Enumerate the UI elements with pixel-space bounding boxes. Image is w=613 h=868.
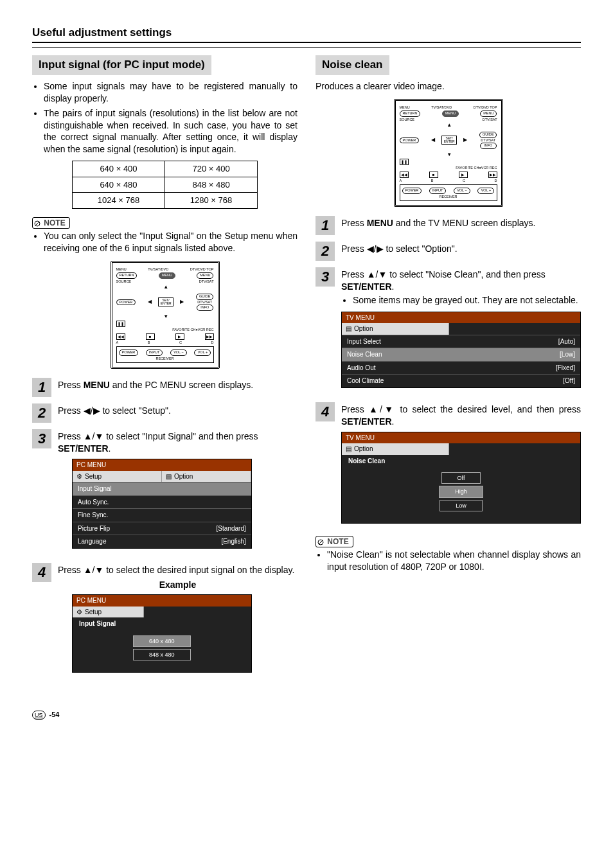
rx-power: POWER	[119, 350, 139, 356]
osd-tabs: ▤Option	[342, 443, 580, 455]
step-text: Press ▲/▼ to select "Input Signal" and t…	[58, 429, 298, 556]
btn-guide: GUIDE	[196, 294, 213, 300]
left-note-list: You can only select the "Input Signal" o…	[32, 230, 298, 254]
res-cell: 848 × 480	[165, 177, 258, 193]
left-topic-heading: Input signal (for PC input mode)	[32, 55, 211, 75]
step-text: Press MENU and the PC MENU screen displa…	[58, 378, 298, 391]
osd-tab-option: ▤Option	[162, 471, 251, 483]
note-chip: NOTE	[315, 536, 353, 547]
rx-volp: VOL +	[477, 188, 494, 194]
lbl-source: SOURCE	[400, 118, 415, 122]
step-number: 4	[32, 563, 51, 582]
step-2: 2 Press ◀/▶ to select "Setup".	[32, 403, 298, 423]
left-column: Input signal (for PC input mode) Some in…	[32, 55, 298, 684]
btn-return: RETURN	[400, 111, 421, 117]
remote-diagram: MENU TV/SAT/DVD DTV/DVD TOP RETURN MENU …	[394, 99, 503, 208]
nav-left-icon: ◀	[431, 137, 435, 143]
btn-info: INFO	[197, 305, 213, 311]
svg-line-3	[319, 540, 323, 544]
btn-menu-highlight: MENU	[159, 272, 175, 279]
lbl-dtvsat: DTV/SAT	[199, 280, 214, 284]
btn-menu-highlight: MENU	[442, 111, 459, 117]
table-row: 640 × 400 720 × 400	[72, 161, 257, 177]
right-topic-heading: Noise clean	[315, 55, 389, 75]
right-intro: Produces a clearer video image.	[315, 80, 581, 93]
lbl-dtvdvdtop: DTV/DVD TOP	[190, 268, 214, 272]
btn-set-enter: SET/ ENTER	[158, 297, 173, 306]
step-text: Press ▲/▼ to select the desired input si…	[58, 563, 298, 681]
btn-ff: ▶▶	[488, 172, 497, 178]
lbl-vcr: ●VCR REC	[195, 328, 213, 332]
btn-menu2: MENU	[197, 272, 213, 279]
table-row: 640 × 480 848 × 480	[72, 177, 257, 193]
step-4: 4 Press ▲/▼ to select the desired level,…	[315, 402, 581, 531]
doc-icon: ▤	[346, 445, 351, 454]
osd-item: Audio Out[Fixed]	[342, 361, 580, 375]
osd-item: Fine Sync.	[73, 508, 251, 522]
osd-options: Off High Low	[342, 467, 580, 522]
res-cell: 640 × 400	[72, 161, 164, 177]
osd-option: High	[439, 486, 483, 497]
step-number: 3	[32, 429, 51, 448]
page-number: -54	[49, 710, 60, 720]
step-3: 3 Press ▲/▼ to select "Noise Clean", and…	[315, 267, 581, 396]
lbl-b: B	[148, 341, 150, 345]
btn-play: ▶	[459, 172, 468, 178]
page-footer: US -54	[32, 710, 581, 720]
osd-header: TV MENU	[342, 432, 580, 444]
gear-icon: ⚙	[76, 608, 82, 617]
lbl-source: SOURCE	[116, 280, 132, 284]
btn-stop: ■	[429, 172, 438, 178]
osd-tab-option: ▤Option	[342, 323, 449, 335]
header-rule	[32, 47, 581, 48]
left-intro-bullets: Some input signals may have to be regist…	[32, 80, 298, 155]
info-icon	[34, 220, 40, 227]
pc-menu-example-osd: PC MENU ⚙Setup Input Signal 640 x 480 84…	[72, 594, 252, 673]
res-cell: 640 × 480	[72, 177, 164, 193]
sub-bullet: Some items may be grayed out. They are n…	[353, 294, 581, 306]
region-badge: US	[32, 711, 46, 720]
note-chip: NOTE	[32, 217, 70, 229]
osd-tabs: ▤Option	[342, 323, 580, 335]
lbl-a: A	[116, 341, 119, 345]
osd-item: Input Select[Auto]	[342, 335, 580, 348]
btn-rw: ◀◀	[116, 333, 125, 340]
btn-stop: ■	[146, 333, 155, 340]
lbl-dtvsat2: DTV/SAT	[481, 139, 495, 143]
step-3: 3 Press ▲/▼ to select "Input Signal" and…	[32, 429, 298, 556]
step-number: 1	[315, 216, 335, 235]
lbl-menu: MENU	[116, 268, 127, 272]
doc-icon: ▤	[166, 472, 172, 481]
osd-sub: Input Signal	[73, 617, 251, 630]
nav-left-icon: ◀	[148, 299, 152, 305]
info-icon	[317, 539, 324, 545]
step-number: 4	[315, 402, 335, 421]
btn-info: INFO	[480, 143, 497, 149]
osd-item: Input Signal	[73, 482, 251, 495]
nav-down-icon: ▼	[163, 314, 168, 319]
osd-option: 848 x 480	[133, 649, 191, 660]
right-note-list: "Noise Clean" is not selectable when cha…	[315, 549, 581, 573]
res-cell: 1024 × 768	[72, 193, 164, 209]
example-label: Example	[58, 579, 298, 591]
lbl-c: C	[463, 179, 465, 183]
svg-line-1	[35, 222, 39, 226]
btn-power: POWER	[400, 137, 420, 144]
lbl-d: D	[495, 179, 497, 183]
step-text: Press ◀/▶ to select "Setup".	[58, 403, 298, 417]
nav-pad: ▲ ▼ ◀ ▶ SET/ ENTER	[430, 123, 468, 157]
resolution-table: 640 × 400 720 × 400 640 × 480 848 × 480 …	[72, 161, 258, 209]
step-2: 2 Press ◀/▶ to select "Option".	[315, 242, 581, 261]
btn-pause: ❚❚	[116, 321, 125, 327]
lbl-dtvsat: DTV/SAT	[483, 118, 497, 122]
osd-item: Picture Flip[Standard]	[73, 522, 251, 535]
btn-guide: GUIDE	[479, 132, 497, 138]
osd-tab-setup: ⚙Setup	[73, 607, 144, 618]
lbl-fav: FAVORITE CH	[456, 166, 479, 170]
rx-volp: VOL +	[194, 350, 211, 356]
section-header: Useful adjustment settings	[32, 26, 581, 43]
lbl-c: C	[179, 341, 182, 345]
btn-rw: ◀◀	[400, 172, 409, 178]
note-bullet: "Noise Clean" is not selectable when cha…	[327, 549, 581, 573]
btn-ff: ▶▶	[205, 333, 214, 340]
